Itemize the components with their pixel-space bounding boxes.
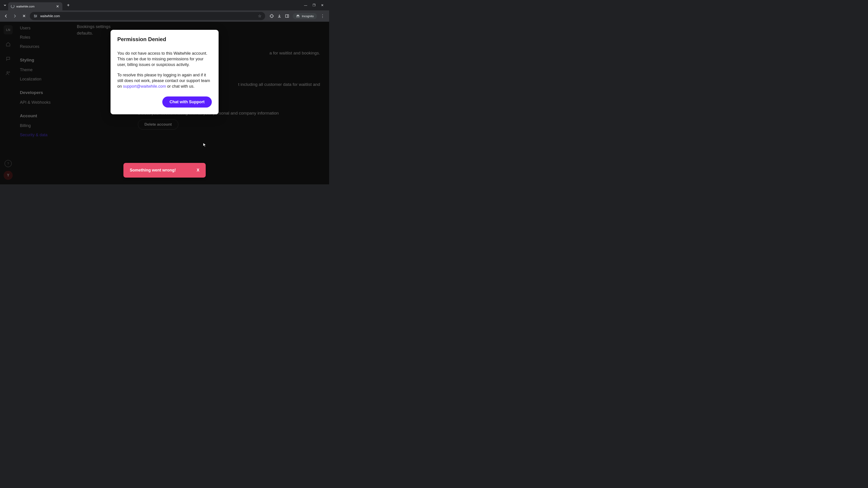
tune-icon (33, 14, 37, 18)
tab-close-button[interactable]: ✕ (55, 4, 60, 8)
home-icon[interactable] (4, 40, 13, 49)
new-tab-button[interactable]: + (65, 3, 71, 8)
workspace-avatar[interactable]: LN (4, 25, 13, 34)
sidebar-item-billing[interactable]: Billing (20, 121, 67, 130)
window-controls: — ❐ ✕ (304, 3, 327, 7)
left-rail: LN ? Y (0, 22, 16, 184)
panel-icon (285, 14, 289, 18)
data-line: a for waitlist and bookings. (270, 51, 320, 55)
sidebar-item-roles[interactable]: Roles (20, 33, 67, 42)
extensions-icon[interactable] (270, 14, 274, 18)
user-avatar[interactable]: Y (4, 171, 13, 180)
delete-account-button[interactable]: Delete account (138, 119, 178, 130)
minimize-button[interactable]: — (304, 3, 307, 7)
close-window-button[interactable]: ✕ (321, 3, 324, 7)
puzzle-icon (270, 14, 274, 18)
permission-denied-modal: Permission Denied You do not have access… (111, 30, 219, 114)
browser-tab-strip: waitwhile.com ✕ + — ❐ ✕ (0, 0, 329, 10)
sidebar-item-localization[interactable]: Localization (20, 74, 67, 84)
arrow-right-icon (13, 14, 17, 18)
sidebar-heading: Developers (20, 90, 67, 95)
svg-point-9 (9, 72, 10, 72)
svg-point-1 (36, 15, 37, 17)
chevron-down-icon (4, 4, 6, 6)
error-toast: Something went wrong! X (123, 163, 206, 177)
intro-text-1: Bookings settings (77, 24, 111, 29)
address-bar[interactable]: waitwhile.com ☆ (30, 12, 265, 20)
incognito-label: Incognito (302, 14, 314, 18)
svg-point-5 (297, 16, 298, 18)
toast-close-button[interactable]: X (197, 168, 199, 173)
sidebar-item-security-data[interactable]: Security & data (20, 130, 67, 140)
toast-message: Something went wrong! (130, 168, 176, 173)
svg-point-0 (34, 15, 35, 15)
sidebar-item-theme[interactable]: Theme (20, 65, 67, 74)
toolbar-actions: Incognito ⋮ (268, 13, 327, 19)
modal-title: Permission Denied (117, 36, 212, 42)
sidebar-item-resources[interactable]: Resources (20, 42, 67, 51)
sidebar-item-users[interactable]: Users (20, 24, 67, 33)
stop-reload-button[interactable]: ✕ (21, 13, 27, 19)
maximize-button[interactable]: ❐ (313, 3, 315, 7)
modal-body-1: You do not have access to this Waitwhile… (117, 51, 212, 68)
people-icon[interactable] (4, 69, 13, 78)
download-icon (277, 14, 281, 18)
bookmark-star-icon[interactable]: ☆ (258, 13, 261, 19)
incognito-icon (296, 15, 300, 18)
sidebar-heading: Styling (20, 58, 67, 63)
arrow-left-icon (4, 14, 8, 18)
sidebar-heading: Account (20, 113, 67, 119)
svg-point-8 (7, 72, 8, 73)
settings-sidebar: UsersRolesResources StylingThemeLocaliza… (20, 22, 67, 146)
downloads-icon[interactable] (277, 14, 281, 18)
chat-icon[interactable] (4, 54, 13, 63)
site-settings-icon[interactable] (33, 14, 37, 18)
modal-body-2: To resolve this please try logging in ag… (117, 72, 212, 90)
sidebar-item-api-webhooks[interactable]: API & Webhooks (20, 98, 67, 107)
svg-point-6 (298, 16, 300, 18)
forward-button[interactable] (12, 13, 18, 19)
support-email-link[interactable]: support@waitwhile.com (123, 84, 166, 89)
chat-with-support-button[interactable]: Chat with Support (162, 96, 212, 107)
back-button[interactable] (3, 13, 9, 19)
browser-menu-button[interactable]: ⋮ (320, 13, 324, 19)
tab-title: waitwhile.com (16, 5, 53, 8)
browser-tab[interactable]: waitwhile.com ✕ (8, 2, 62, 10)
svg-point-2 (35, 17, 35, 18)
browser-toolbar: ✕ waitwhile.com ☆ Incognito ⋮ (0, 10, 329, 22)
delete-line: t including all customer data for waitli… (238, 82, 320, 87)
tabs-dropdown[interactable] (2, 2, 8, 8)
help-icon[interactable]: ? (4, 160, 12, 167)
intro-text-2: defaults. (77, 31, 93, 35)
side-panel-icon[interactable] (285, 14, 289, 18)
url-text: waitwhile.com (40, 14, 255, 18)
incognito-badge[interactable]: Incognito (293, 13, 317, 19)
svg-rect-3 (285, 15, 289, 18)
loading-spinner-icon (11, 4, 14, 8)
